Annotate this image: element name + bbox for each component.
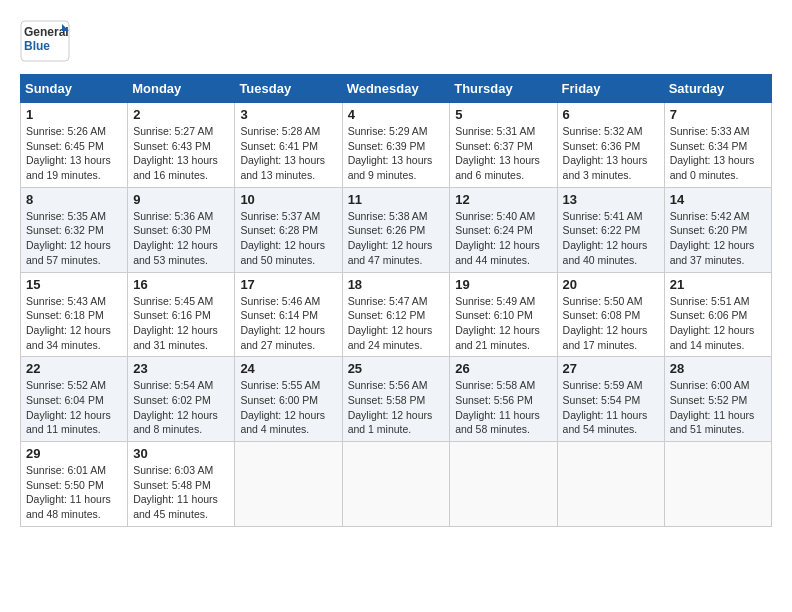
- day-info: Sunrise: 5:41 AM Sunset: 6:22 PM Dayligh…: [563, 209, 659, 268]
- svg-text:Blue: Blue: [24, 39, 50, 53]
- day-number: 12: [455, 192, 551, 207]
- day-info: Sunrise: 5:32 AM Sunset: 6:36 PM Dayligh…: [563, 124, 659, 183]
- day-cell: 7Sunrise: 5:33 AM Sunset: 6:34 PM Daylig…: [664, 103, 771, 188]
- day-cell: 18Sunrise: 5:47 AM Sunset: 6:12 PM Dayli…: [342, 272, 450, 357]
- day-number: 24: [240, 361, 336, 376]
- day-number: 4: [348, 107, 445, 122]
- day-info: Sunrise: 5:26 AM Sunset: 6:45 PM Dayligh…: [26, 124, 122, 183]
- day-info: Sunrise: 5:54 AM Sunset: 6:02 PM Dayligh…: [133, 378, 229, 437]
- day-info: Sunrise: 6:03 AM Sunset: 5:48 PM Dayligh…: [133, 463, 229, 522]
- day-info: Sunrise: 5:56 AM Sunset: 5:58 PM Dayligh…: [348, 378, 445, 437]
- day-cell: 16Sunrise: 5:45 AM Sunset: 6:16 PM Dayli…: [128, 272, 235, 357]
- day-number: 15: [26, 277, 122, 292]
- day-cell: 15Sunrise: 5:43 AM Sunset: 6:18 PM Dayli…: [21, 272, 128, 357]
- day-cell: 25Sunrise: 5:56 AM Sunset: 5:58 PM Dayli…: [342, 357, 450, 442]
- header-row: SundayMondayTuesdayWednesdayThursdayFrid…: [21, 75, 772, 103]
- day-info: Sunrise: 5:38 AM Sunset: 6:26 PM Dayligh…: [348, 209, 445, 268]
- day-info: Sunrise: 6:01 AM Sunset: 5:50 PM Dayligh…: [26, 463, 122, 522]
- day-info: Sunrise: 5:36 AM Sunset: 6:30 PM Dayligh…: [133, 209, 229, 268]
- logo-svg: General Blue: [20, 20, 70, 62]
- day-info: Sunrise: 5:50 AM Sunset: 6:08 PM Dayligh…: [563, 294, 659, 353]
- day-cell: 21Sunrise: 5:51 AM Sunset: 6:06 PM Dayli…: [664, 272, 771, 357]
- day-cell: 12Sunrise: 5:40 AM Sunset: 6:24 PM Dayli…: [450, 187, 557, 272]
- day-number: 11: [348, 192, 445, 207]
- day-number: 17: [240, 277, 336, 292]
- col-header-wednesday: Wednesday: [342, 75, 450, 103]
- day-number: 21: [670, 277, 766, 292]
- day-cell: 5Sunrise: 5:31 AM Sunset: 6:37 PM Daylig…: [450, 103, 557, 188]
- day-cell: [557, 442, 664, 527]
- day-cell: 28Sunrise: 6:00 AM Sunset: 5:52 PM Dayli…: [664, 357, 771, 442]
- day-cell: 4Sunrise: 5:29 AM Sunset: 6:39 PM Daylig…: [342, 103, 450, 188]
- day-number: 18: [348, 277, 445, 292]
- day-number: 16: [133, 277, 229, 292]
- day-cell: 26Sunrise: 5:58 AM Sunset: 5:56 PM Dayli…: [450, 357, 557, 442]
- day-cell: [664, 442, 771, 527]
- week-row-3: 15Sunrise: 5:43 AM Sunset: 6:18 PM Dayli…: [21, 272, 772, 357]
- day-number: 29: [26, 446, 122, 461]
- day-number: 6: [563, 107, 659, 122]
- col-header-tuesday: Tuesday: [235, 75, 342, 103]
- day-cell: 23Sunrise: 5:54 AM Sunset: 6:02 PM Dayli…: [128, 357, 235, 442]
- day-number: 22: [26, 361, 122, 376]
- logo: General Blue: [20, 20, 70, 62]
- day-cell: 29Sunrise: 6:01 AM Sunset: 5:50 PM Dayli…: [21, 442, 128, 527]
- day-cell: 1Sunrise: 5:26 AM Sunset: 6:45 PM Daylig…: [21, 103, 128, 188]
- col-header-thursday: Thursday: [450, 75, 557, 103]
- day-cell: 8Sunrise: 5:35 AM Sunset: 6:32 PM Daylig…: [21, 187, 128, 272]
- day-cell: 30Sunrise: 6:03 AM Sunset: 5:48 PM Dayli…: [128, 442, 235, 527]
- svg-text:General: General: [24, 25, 69, 39]
- day-number: 1: [26, 107, 122, 122]
- day-cell: 22Sunrise: 5:52 AM Sunset: 6:04 PM Dayli…: [21, 357, 128, 442]
- day-number: 30: [133, 446, 229, 461]
- day-number: 23: [133, 361, 229, 376]
- calendar-header: SundayMondayTuesdayWednesdayThursdayFrid…: [21, 75, 772, 103]
- day-info: Sunrise: 5:42 AM Sunset: 6:20 PM Dayligh…: [670, 209, 766, 268]
- day-number: 5: [455, 107, 551, 122]
- day-number: 9: [133, 192, 229, 207]
- day-info: Sunrise: 5:35 AM Sunset: 6:32 PM Dayligh…: [26, 209, 122, 268]
- col-header-friday: Friday: [557, 75, 664, 103]
- day-info: Sunrise: 5:55 AM Sunset: 6:00 PM Dayligh…: [240, 378, 336, 437]
- day-cell: 6Sunrise: 5:32 AM Sunset: 6:36 PM Daylig…: [557, 103, 664, 188]
- calendar-page: General Blue SundayMondayTuesdayWednesda…: [0, 0, 792, 537]
- day-cell: [342, 442, 450, 527]
- week-row-1: 1Sunrise: 5:26 AM Sunset: 6:45 PM Daylig…: [21, 103, 772, 188]
- day-cell: 17Sunrise: 5:46 AM Sunset: 6:14 PM Dayli…: [235, 272, 342, 357]
- day-cell: 27Sunrise: 5:59 AM Sunset: 5:54 PM Dayli…: [557, 357, 664, 442]
- col-header-sunday: Sunday: [21, 75, 128, 103]
- day-info: Sunrise: 5:29 AM Sunset: 6:39 PM Dayligh…: [348, 124, 445, 183]
- calendar-body: 1Sunrise: 5:26 AM Sunset: 6:45 PM Daylig…: [21, 103, 772, 527]
- day-info: Sunrise: 5:40 AM Sunset: 6:24 PM Dayligh…: [455, 209, 551, 268]
- day-number: 20: [563, 277, 659, 292]
- day-cell: 2Sunrise: 5:27 AM Sunset: 6:43 PM Daylig…: [128, 103, 235, 188]
- day-info: Sunrise: 5:46 AM Sunset: 6:14 PM Dayligh…: [240, 294, 336, 353]
- day-number: 13: [563, 192, 659, 207]
- col-header-saturday: Saturday: [664, 75, 771, 103]
- day-info: Sunrise: 5:37 AM Sunset: 6:28 PM Dayligh…: [240, 209, 336, 268]
- day-cell: 10Sunrise: 5:37 AM Sunset: 6:28 PM Dayli…: [235, 187, 342, 272]
- day-info: Sunrise: 5:51 AM Sunset: 6:06 PM Dayligh…: [670, 294, 766, 353]
- day-info: Sunrise: 5:59 AM Sunset: 5:54 PM Dayligh…: [563, 378, 659, 437]
- day-cell: 3Sunrise: 5:28 AM Sunset: 6:41 PM Daylig…: [235, 103, 342, 188]
- week-row-2: 8Sunrise: 5:35 AM Sunset: 6:32 PM Daylig…: [21, 187, 772, 272]
- day-cell: 13Sunrise: 5:41 AM Sunset: 6:22 PM Dayli…: [557, 187, 664, 272]
- day-number: 8: [26, 192, 122, 207]
- day-number: 28: [670, 361, 766, 376]
- week-row-5: 29Sunrise: 6:01 AM Sunset: 5:50 PM Dayli…: [21, 442, 772, 527]
- day-cell: 20Sunrise: 5:50 AM Sunset: 6:08 PM Dayli…: [557, 272, 664, 357]
- day-info: Sunrise: 5:43 AM Sunset: 6:18 PM Dayligh…: [26, 294, 122, 353]
- day-number: 25: [348, 361, 445, 376]
- day-info: Sunrise: 6:00 AM Sunset: 5:52 PM Dayligh…: [670, 378, 766, 437]
- day-cell: 19Sunrise: 5:49 AM Sunset: 6:10 PM Dayli…: [450, 272, 557, 357]
- week-row-4: 22Sunrise: 5:52 AM Sunset: 6:04 PM Dayli…: [21, 357, 772, 442]
- day-number: 27: [563, 361, 659, 376]
- day-cell: 24Sunrise: 5:55 AM Sunset: 6:00 PM Dayli…: [235, 357, 342, 442]
- day-info: Sunrise: 5:33 AM Sunset: 6:34 PM Dayligh…: [670, 124, 766, 183]
- day-info: Sunrise: 5:28 AM Sunset: 6:41 PM Dayligh…: [240, 124, 336, 183]
- day-number: 19: [455, 277, 551, 292]
- day-info: Sunrise: 5:58 AM Sunset: 5:56 PM Dayligh…: [455, 378, 551, 437]
- day-number: 3: [240, 107, 336, 122]
- day-number: 2: [133, 107, 229, 122]
- day-info: Sunrise: 5:47 AM Sunset: 6:12 PM Dayligh…: [348, 294, 445, 353]
